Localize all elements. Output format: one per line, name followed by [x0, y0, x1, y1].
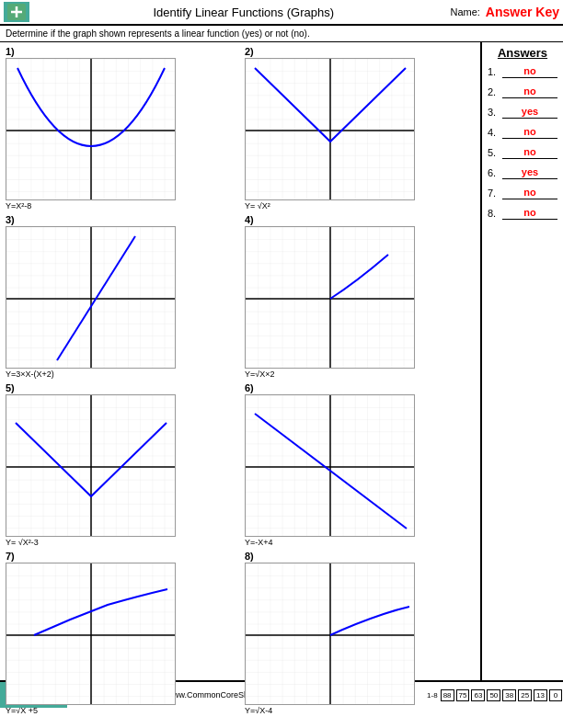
graph-item-2: 2) Y= √X² [245, 46, 475, 210]
graphs-grid: 1) Y=X²-8 [6, 46, 475, 715]
graph-label-1: Y=X²-8 [6, 201, 31, 210]
graph-number-4: 4) [245, 214, 254, 225]
graph-number-8: 8) [245, 551, 254, 562]
answer-row-3: 3. yes [488, 106, 557, 119]
answer-row-1: 1. no [488, 65, 557, 78]
score-38: 38 [502, 689, 516, 701]
graph-svg-4 [245, 226, 415, 369]
graph-svg-8 [245, 563, 415, 705]
graph-svg-6 [245, 394, 415, 537]
graph-svg-7 [6, 563, 176, 705]
answer-num-6: 6. [488, 167, 502, 178]
answer-num-1: 1. [488, 66, 502, 77]
graph-label-4: Y=√X×2 [245, 370, 274, 379]
answer-value-6: yes [502, 166, 557, 179]
answer-row-4: 4. no [488, 126, 557, 139]
score-25: 25 [518, 689, 532, 701]
score-boxes: 1-8 88 75 63 50 38 25 13 0 [427, 689, 563, 701]
graph-svg-5 [6, 394, 176, 537]
answer-key-label: Answer Key [486, 5, 559, 19]
answer-value-4: no [502, 126, 557, 139]
answer-value-5: no [502, 146, 557, 159]
logo [4, 2, 29, 22]
answer-row-7: 7. no [488, 187, 557, 199]
graph-number-3: 3) [6, 214, 15, 225]
graph-svg-2 [245, 58, 415, 200]
score-range-label: 1-8 [427, 691, 438, 700]
answer-num-8: 8. [488, 208, 502, 219]
score-63: 63 [471, 689, 485, 701]
graph-label-8: Y=√X-4 [245, 706, 272, 715]
graph-item-6: 6) Y=-X+4 [245, 382, 475, 547]
answer-value-3: yes [502, 106, 557, 119]
answer-row-8: 8. no [488, 207, 557, 220]
graph-number-7: 7) [6, 551, 15, 562]
answer-value-2: no [502, 85, 557, 98]
header: Identify Linear Functions (Graphs) Name:… [0, 0, 563, 26]
answer-row-6: 6. yes [488, 166, 557, 179]
graph-item-5: 5) Y= √X²-3 [6, 382, 236, 547]
graphs-area: 1) Y=X²-8 [0, 42, 480, 680]
answer-value-1: no [502, 65, 557, 78]
score-88: 88 [441, 689, 454, 701]
score-0: 0 [549, 689, 562, 701]
answer-value-8: no [502, 207, 557, 220]
page-title: Identify Linear Functions (Graphs) [37, 6, 450, 19]
graph-number-5: 5) [6, 382, 15, 393]
answer-row-2: 2. no [488, 85, 557, 98]
graph-item-4: 4) Y=√X×2 [245, 214, 475, 379]
score-13: 13 [534, 689, 547, 701]
graph-label-5: Y= √X²-3 [6, 538, 39, 547]
answer-num-4: 4. [488, 127, 502, 138]
graph-svg-1 [6, 58, 176, 200]
answer-num-3: 3. [488, 107, 502, 118]
score-75: 75 [456, 689, 470, 701]
answer-num-5: 5. [488, 147, 502, 158]
graph-item-1: 1) Y=X²-8 [6, 46, 236, 210]
name-label: Name: [450, 6, 479, 17]
answer-num-7: 7. [488, 188, 502, 199]
main-content: 1) Y=X²-8 [0, 42, 563, 680]
graph-label-2: Y= √X² [245, 201, 270, 210]
graph-label-6: Y=-X+4 [245, 538, 273, 547]
graph-item-3: 3) Y=3×X-(X+2) [6, 214, 236, 379]
answers-title: Answers [488, 46, 557, 60]
graph-svg-3 [6, 226, 176, 369]
graph-number-2: 2) [245, 46, 254, 57]
answer-value-7: no [502, 187, 557, 199]
graph-number-1: 1) [6, 46, 15, 57]
score-50: 50 [487, 689, 500, 701]
graph-label-3: Y=3×X-(X+2) [6, 370, 54, 379]
instructions: Determine if the graph shown represents … [0, 26, 563, 42]
answers-panel: Answers 1. no 2. no 3. yes 4. no 5. no 6… [480, 42, 563, 680]
answer-row-5: 5. no [488, 146, 557, 159]
answer-num-2: 2. [488, 86, 502, 97]
graph-number-6: 6) [245, 382, 254, 393]
